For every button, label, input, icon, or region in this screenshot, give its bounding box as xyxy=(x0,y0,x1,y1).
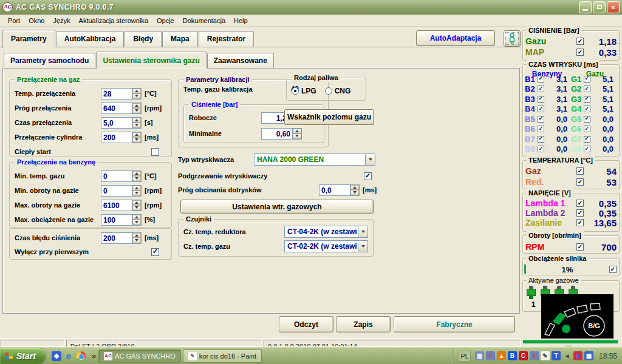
taskbar-button-ac-gas-synchro[interactable]: ACAC GAS SYNCHRO xyxy=(98,349,181,363)
field-value[interactable]: 100 xyxy=(101,215,132,225)
spinner[interactable] xyxy=(132,103,141,113)
field-value[interactable]: 0 xyxy=(101,186,132,196)
gas-injector-checkbox[interactable] xyxy=(584,86,590,92)
subtab-parametry-samochodu[interactable]: Parametry samochodu xyxy=(4,53,95,68)
spin-down-icon[interactable] xyxy=(132,238,141,243)
start-button[interactable]: Start xyxy=(0,348,46,364)
spin-up-icon[interactable] xyxy=(350,185,359,190)
petrol-injector-checkbox[interactable] xyxy=(538,106,544,112)
select-cz-temp-reduktora[interactable]: CT-04-2K (w zestawi xyxy=(284,226,368,238)
field-value[interactable]: 6100 xyxy=(101,200,132,211)
menu-item-aktualizacja-sterownika[interactable]: Aktualizacja sterownika xyxy=(75,16,152,25)
petrol-injector-checkbox[interactable] xyxy=(538,126,544,132)
stepper-minimalne[interactable]: 0,60 xyxy=(261,128,302,140)
stepper-max-obci-enie-na-gazie[interactable]: 100 xyxy=(101,214,142,226)
menu-item-j-zyk[interactable]: Język xyxy=(49,16,74,25)
spin-down-icon[interactable] xyxy=(132,205,141,211)
field-value[interactable]: 640 xyxy=(101,103,132,113)
taskbar-button-kor-cis-do16-paint[interactable]: ✎kor cis do16 - Paint xyxy=(183,349,262,363)
telemetry-checkbox[interactable] xyxy=(576,49,584,56)
podgrzewanie-checkbox[interactable] xyxy=(364,172,372,180)
menu-item-okno[interactable]: Okno xyxy=(24,16,49,25)
field-value[interactable]: 0 xyxy=(101,171,132,181)
subtab-ustawienia-sterownika-gazu[interactable]: Ustawienia sterownika gazu xyxy=(96,52,206,69)
spin-down-icon[interactable] xyxy=(350,190,359,195)
telemetry-checkbox[interactable] xyxy=(576,219,584,226)
radio-icon[interactable] xyxy=(325,87,332,95)
field-value[interactable]: 0,60 xyxy=(262,129,292,139)
stepper-prze-czenie-cylindra[interactable]: 200 xyxy=(101,132,142,143)
volume-icon[interactable]: ◄ xyxy=(562,351,572,360)
odczyt-button[interactable]: Odczyt xyxy=(279,316,333,332)
spin-down-icon[interactable] xyxy=(132,220,141,225)
spin-up-icon[interactable] xyxy=(132,103,141,109)
spin-down-icon[interactable] xyxy=(132,93,141,99)
zapis-button[interactable]: Zapis xyxy=(336,316,391,332)
stepper-min-obroty-na-gazie[interactable]: 0 xyxy=(101,185,142,197)
fabryczne-button[interactable]: Fabryczne xyxy=(394,316,515,332)
prog-obcinania-value[interactable]: 0,0 xyxy=(320,185,350,195)
petrol-injector-checkbox[interactable] xyxy=(538,146,544,152)
spin-down-icon[interactable] xyxy=(132,176,141,181)
spin-up-icon[interactable] xyxy=(132,233,141,238)
minimize-button[interactable] xyxy=(579,1,592,13)
tab-parametry[interactable]: Parametry xyxy=(2,30,55,48)
chevron-down-icon[interactable] xyxy=(358,226,367,237)
spin-up-icon[interactable] xyxy=(132,118,141,123)
radio-icon[interactable] xyxy=(292,87,299,95)
torrent-icon[interactable]: T xyxy=(552,351,561,360)
autoadaptacja-button[interactable]: AutoAdaptacja xyxy=(416,30,495,46)
spin-down-icon[interactable] xyxy=(132,190,141,196)
spin-up-icon[interactable] xyxy=(132,89,141,94)
field-value[interactable]: 28 xyxy=(101,89,132,99)
spinner[interactable] xyxy=(132,118,141,128)
wskaznik-poziomu-gazu-button[interactable]: Wskaźnik poziomu gazu xyxy=(284,109,374,125)
gas-injector-checkbox[interactable] xyxy=(584,106,590,112)
close-button[interactable]: × xyxy=(607,1,620,13)
cieply-start-checkbox[interactable] xyxy=(151,148,159,156)
telemetry-checkbox[interactable] xyxy=(576,178,584,186)
injector-type-select[interactable]: HANA 2000 GREEN xyxy=(254,153,375,166)
telemetry-checkbox[interactable] xyxy=(576,167,584,175)
spin-down-icon[interactable] xyxy=(293,133,301,139)
gas-injector-checkbox[interactable] xyxy=(584,146,590,152)
petrol-injector-checkbox[interactable] xyxy=(538,136,544,143)
spin-up-icon[interactable] xyxy=(132,171,141,177)
language-indicator[interactable]: PL xyxy=(459,351,471,362)
radio-option-cng[interactable]: CNG xyxy=(325,87,351,95)
spin-up-icon[interactable] xyxy=(132,215,141,220)
spin-up-icon[interactable] xyxy=(132,186,141,191)
engine-load-checkbox[interactable] xyxy=(609,266,617,273)
menu-item-opcje[interactable]: Opcje xyxy=(152,16,179,25)
antivirus-shield-icon[interactable]: C xyxy=(519,351,528,360)
field-value[interactable]: 200 xyxy=(101,132,132,143)
restore-button[interactable] xyxy=(593,1,606,13)
wylacz-przy-pierwszym-checkbox[interactable] xyxy=(151,248,159,256)
gas-injector-checkbox[interactable] xyxy=(584,96,590,103)
gas-injector-checkbox[interactable] xyxy=(584,116,590,123)
stepper-temp-prze-czenia[interactable]: 28 xyxy=(101,88,142,99)
quick-launch-overflow-chevron[interactable]: » xyxy=(92,351,96,360)
spinner[interactable] xyxy=(132,215,141,225)
network-error-icon[interactable]: × xyxy=(486,351,495,360)
menu-item-port[interactable]: Port xyxy=(4,16,24,25)
ie-icon[interactable]: e xyxy=(64,351,73,361)
quick-launch-app-icon[interactable]: ◆ xyxy=(52,351,61,361)
telemetry-checkbox[interactable] xyxy=(576,243,584,251)
telemetry-checkbox[interactable] xyxy=(576,200,584,207)
spinner[interactable] xyxy=(132,186,141,196)
petrol-injector-checkbox[interactable] xyxy=(538,76,544,83)
ustawienia-wtr-gazowych-button[interactable]: Ustawienia wtr. gazowych xyxy=(180,200,374,214)
gas-injector-checkbox[interactable] xyxy=(584,76,590,83)
field-value[interactable]: 200 xyxy=(101,233,132,243)
gas-injector-checkbox[interactable] xyxy=(584,136,590,143)
spinner[interactable] xyxy=(132,89,141,99)
chevron-down-icon[interactable] xyxy=(358,241,367,252)
cd-burn-icon[interactable]: ▲ xyxy=(497,351,506,360)
spinner[interactable] xyxy=(132,233,141,243)
telemetry-checkbox[interactable] xyxy=(576,209,584,217)
tab-rejestrator[interactable]: Rejestrator xyxy=(199,31,254,47)
stepper-max-obroty-na-gazie[interactable]: 6100 xyxy=(101,200,142,211)
tab-b-dy[interactable]: Błędy xyxy=(125,31,162,47)
petrol-injector-checkbox[interactable] xyxy=(538,86,544,92)
